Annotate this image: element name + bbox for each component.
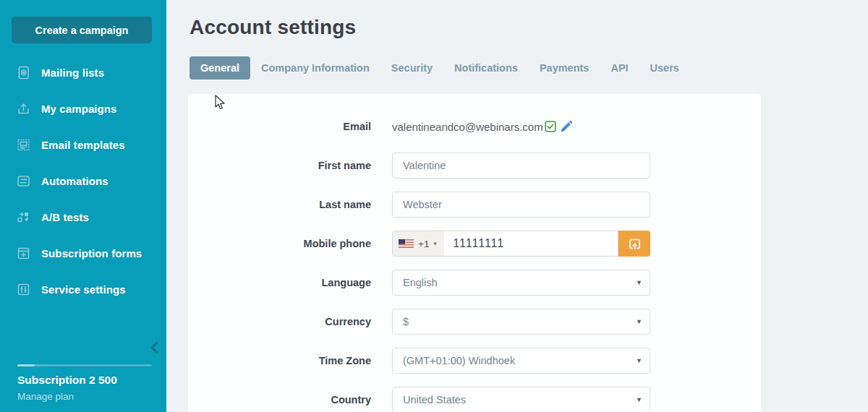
sidebar-item-email-templates[interactable]: Email templates xyxy=(0,126,166,163)
email-verified-checkbox-icon xyxy=(545,121,556,132)
time-zone-row: Time Zone (GMT+01:00) Windhoek ▼ xyxy=(188,348,761,374)
mobile-phone-label: Mobile phone xyxy=(188,238,371,249)
tab-users[interactable]: Users xyxy=(639,56,690,80)
currency-select[interactable]: $ ▼ xyxy=(392,309,650,335)
general-settings-card: Email valentineandco@webinars.com xyxy=(188,94,761,412)
email-row: Email valentineandco@webinars.com xyxy=(188,113,761,140)
tab-api[interactable]: API xyxy=(600,56,639,80)
subscription-progress-fill xyxy=(17,364,35,366)
time-zone-select[interactable]: (GMT+01:00) Windhoek ▼ xyxy=(392,348,650,374)
time-zone-label: Time Zone xyxy=(188,355,371,366)
save-phone-icon xyxy=(628,237,642,251)
currency-value: $ xyxy=(403,316,409,327)
sidebar-item-ab-tests[interactable]: A/B tests xyxy=(0,199,166,235)
first-name-label: First name xyxy=(188,160,371,171)
chevron-down-icon: ▼ xyxy=(636,318,642,325)
mobile-phone-row: Mobile phone +1 ▼ xyxy=(188,231,761,257)
account-settings-form: Email valentineandco@webinars.com xyxy=(188,94,761,412)
mailing-lists-icon xyxy=(17,66,30,80)
dial-code-caret-icon: ▼ xyxy=(432,241,438,247)
dial-code: +1 xyxy=(418,239,429,249)
country-label: Country xyxy=(188,394,371,405)
country-value: United States xyxy=(403,394,466,405)
email-templates-icon xyxy=(17,138,30,152)
last-name-label: Last name xyxy=(188,199,371,210)
sidebar-item-label: Automations xyxy=(41,175,109,187)
time-zone-value: (GMT+01:00) Windhoek xyxy=(403,355,515,366)
language-row: Language English ▼ xyxy=(188,270,761,296)
tab-security[interactable]: Security xyxy=(380,56,443,80)
mobile-phone-input[interactable] xyxy=(444,231,618,256)
first-name-row: First name xyxy=(188,153,761,179)
country-select[interactable]: United States ▼ xyxy=(392,387,650,412)
service-settings-icon xyxy=(17,283,30,296)
sidebar-item-label: Mailing lists xyxy=(41,66,104,79)
us-flag-icon xyxy=(399,239,414,248)
automations-icon xyxy=(17,174,30,188)
sidebar-item-label: Subscription forms xyxy=(41,247,142,259)
settings-tabs: General Company Information Security Not… xyxy=(190,56,690,80)
last-name-input[interactable] xyxy=(392,192,650,218)
page-title: Account settings xyxy=(190,16,356,39)
email-value: valentineandco@webinars.com xyxy=(392,121,543,133)
edit-email-pencil-icon[interactable] xyxy=(560,121,572,133)
sidebar-item-label: A/B tests xyxy=(41,211,89,223)
sidebar-item-label: Email templates xyxy=(41,139,125,151)
tab-general[interactable]: General xyxy=(190,56,250,80)
manage-plan-link[interactable]: Manage plan xyxy=(17,391,74,402)
sidebar-nav: Mailing lists My campaigns Email templat… xyxy=(0,54,166,307)
language-label: Language xyxy=(188,277,371,288)
country-code-selector[interactable]: +1 ▼ xyxy=(393,231,444,256)
ab-tests-icon xyxy=(17,210,30,224)
chevron-down-icon: ▼ xyxy=(636,396,642,403)
chevron-down-icon: ▼ xyxy=(636,279,642,286)
first-name-input[interactable] xyxy=(392,153,650,179)
subscription-plan-label: Subscription 2 500 xyxy=(17,374,117,387)
email-label: Email xyxy=(188,121,371,132)
tab-payments[interactable]: Payments xyxy=(529,56,600,80)
sidebar-item-label: My campaigns xyxy=(41,103,117,115)
sidebar-item-automations[interactable]: Automations xyxy=(0,163,166,199)
sidebar-item-subscription-forms[interactable]: Subscription forms xyxy=(0,235,166,271)
sidebar-item-label: Service settings xyxy=(41,283,126,296)
tab-notifications[interactable]: Notifications xyxy=(443,56,529,80)
save-phone-button[interactable] xyxy=(618,231,650,257)
subscription-progress-bar xyxy=(17,364,152,366)
sidebar-collapse-chevron-icon[interactable] xyxy=(149,340,161,356)
sidebar-item-my-campaigns[interactable]: My campaigns xyxy=(0,90,166,126)
subscription-forms-icon xyxy=(17,246,30,260)
currency-row: Currency $ ▼ xyxy=(188,309,761,335)
tab-company-information[interactable]: Company Information xyxy=(250,56,380,80)
sidebar-item-service-settings[interactable]: Service settings xyxy=(0,271,166,307)
language-value: English xyxy=(403,277,438,288)
chevron-down-icon: ▼ xyxy=(636,357,642,364)
currency-label: Currency xyxy=(188,316,371,327)
create-campaign-button[interactable]: Create a campaign xyxy=(12,17,152,43)
last-name-row: Last name xyxy=(188,192,761,218)
country-row: Country United States ▼ xyxy=(188,387,761,412)
language-select[interactable]: English ▼ xyxy=(392,270,650,296)
sidebar-item-mailing-lists[interactable]: Mailing lists xyxy=(0,54,166,90)
my-campaigns-icon xyxy=(17,102,30,116)
sidebar: Create a campaign Mailing lists My campa… xyxy=(0,0,166,412)
